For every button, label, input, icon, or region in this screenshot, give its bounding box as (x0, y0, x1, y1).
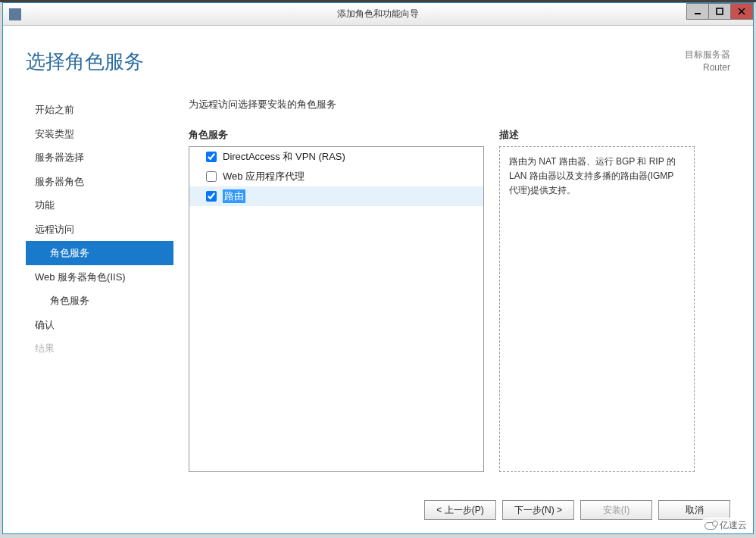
sidebar-item-0[interactable]: 开始之前 (26, 98, 173, 122)
body: 开始之前安装类型服务器选择服务器角色功能远程访问角色服务Web 服务器角色(II… (3, 83, 753, 491)
minimize-icon (694, 8, 701, 15)
sidebar-item-9[interactable]: 确认 (26, 313, 173, 337)
wizard-window: 添加角色和功能向导 选择角色服务 目标服务器 Router 开始之前安装类型服务… (2, 2, 754, 534)
instruction-text: 为远程访问选择要安装的角色服务 (189, 98, 730, 111)
maximize-icon (716, 8, 723, 15)
role-label-2: 路由 (223, 189, 245, 203)
sidebar-item-4[interactable]: 功能 (26, 193, 173, 217)
sidebar-item-7[interactable]: Web 服务器角色(IIS) (26, 265, 173, 289)
window-title: 添加角色和功能向导 (337, 8, 419, 20)
role-label-0: DirectAccess 和 VPN (RAS) (223, 150, 345, 164)
role-item-0[interactable]: DirectAccess 和 VPN (RAS) (189, 147, 483, 167)
close-icon (738, 8, 745, 15)
sidebar-item-10: 结果 (26, 336, 173, 361)
sidebar-item-8[interactable]: 角色服务 (26, 289, 173, 313)
page-heading: 选择角色服务 (26, 48, 144, 75)
role-checkbox-2[interactable] (206, 191, 217, 202)
maximize-button[interactable] (708, 3, 731, 20)
roles-label: 角色服务 (189, 128, 484, 142)
main-panel: 为远程访问选择要安装的角色服务 角色服务 DirectAccess 和 VPN … (189, 98, 730, 483)
app-icon (9, 8, 21, 20)
role-checkbox-1[interactable] (206, 171, 217, 182)
sidebar: 开始之前安装类型服务器选择服务器角色功能远程访问角色服务Web 服务器角色(II… (26, 98, 173, 483)
footer: < 上一步(P) 下一步(N) > 安装(I) 取消 (3, 491, 753, 533)
role-item-2[interactable]: 路由 (189, 186, 483, 206)
roles-column: 角色服务 DirectAccess 和 VPN (RAS)Web 应用程序代理路… (189, 128, 484, 483)
description-label: 描述 (499, 128, 695, 142)
next-button[interactable]: 下一步(N) > (502, 500, 574, 520)
titlebar[interactable]: 添加角色和功能向导 (3, 3, 753, 26)
role-checkbox-0[interactable] (206, 152, 217, 162)
description-column: 描述 路由为 NAT 路由器、运行 BGP 和 RIP 的 LAN 路由器以及支… (499, 128, 695, 483)
description-box: 路由为 NAT 路由器、运行 BGP 和 RIP 的 LAN 路由器以及支持多播… (499, 146, 695, 472)
target-server-info: 目标服务器 Router (685, 48, 730, 74)
sidebar-item-1[interactable]: 安装类型 (26, 122, 173, 146)
sidebar-item-6[interactable]: 角色服务 (26, 241, 173, 265)
minimize-button[interactable] (686, 3, 709, 20)
roles-listbox[interactable]: DirectAccess 和 VPN (RAS)Web 应用程序代理路由 (189, 146, 484, 472)
header: 选择角色服务 目标服务器 Router (3, 26, 753, 83)
role-label-1: Web 应用程序代理 (223, 170, 305, 183)
sidebar-item-3[interactable]: 服务器角色 (26, 170, 173, 194)
close-button[interactable] (730, 3, 753, 20)
target-server-label: 目标服务器 (685, 48, 730, 61)
install-button: 安装(I) (580, 500, 652, 520)
panels-row: 角色服务 DirectAccess 和 VPN (RAS)Web 应用程序代理路… (189, 128, 730, 483)
role-item-1[interactable]: Web 应用程序代理 (189, 167, 483, 186)
sidebar-item-2[interactable]: 服务器选择 (26, 145, 173, 170)
svg-rect-1 (717, 8, 723, 14)
target-server-name: Router (685, 61, 730, 74)
window-controls (687, 3, 753, 20)
watermark-text: 亿速云 (720, 519, 747, 532)
sidebar-item-5[interactable]: 远程访问 (26, 217, 173, 242)
watermark-icon (704, 522, 717, 530)
watermark: 亿速云 (700, 518, 751, 533)
prev-button[interactable]: < 上一步(P) (424, 500, 496, 520)
